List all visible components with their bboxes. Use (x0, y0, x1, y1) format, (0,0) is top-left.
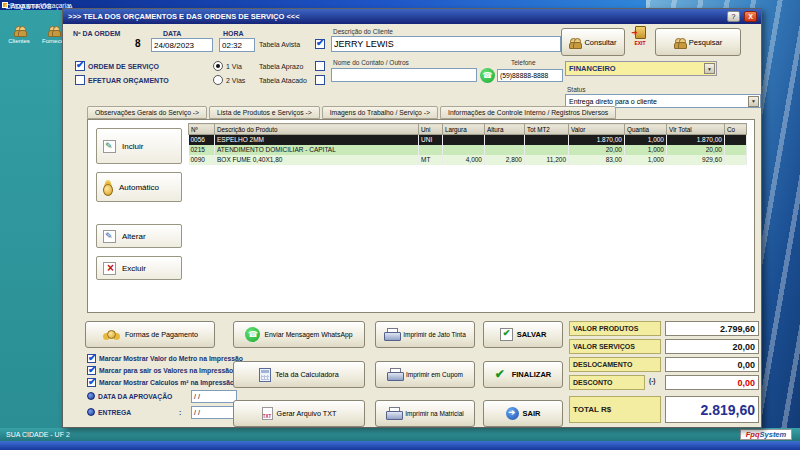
via1-radio (213, 61, 223, 71)
calculadora-button[interactable]: Tela da Calculadora (233, 361, 365, 388)
cliente-field[interactable]: JERRY LEWIS (331, 36, 561, 52)
ordem-servico-option[interactable]: ORDEM DE SERVIÇO (75, 61, 159, 71)
status-label: Status (567, 86, 585, 93)
total-value: 2.819,60 (665, 396, 759, 423)
ordem-servico-label: ORDEM DE SERVIÇO (88, 63, 159, 70)
orders-window: >>> TELA DOS ORÇAMENTOS E DAS ORDENS DE … (62, 8, 762, 428)
tab-imagens[interactable]: Imagens do Trabalho / Serviço -> (322, 106, 438, 119)
col-quantia: Quantia (625, 124, 667, 135)
close-button[interactable]: X (744, 11, 757, 22)
table-row[interactable]: 0090 BOX FUME 0,40X1,80 MT 4,000 2,800 1… (189, 155, 747, 165)
col-valor: Valor (569, 124, 625, 135)
via1-option[interactable]: 1 Via (213, 61, 242, 71)
data-value: 24/08/2023 (154, 41, 194, 50)
data-field[interactable]: 24/08/2023 (151, 38, 213, 52)
tabela-aprazo-checkbox (315, 61, 325, 71)
deslocamento-label: DESLOCAMENTO (569, 357, 661, 372)
col-cor: Co (725, 124, 747, 135)
opt-calculos-m2[interactable]: Marcar Mostrar Calculos m² na Impressão (87, 378, 234, 387)
products-table: Nº Descrição do Produto Uni Largura Altu… (188, 123, 747, 165)
table-row-selected[interactable]: 0056 ESPELHO 2MM UNI 1.870,00 1,000 1.87… (189, 135, 747, 145)
help-button[interactable]: ? (727, 11, 740, 22)
opt-sair-valores[interactable]: Marcar para sair os Valores na Impressão (87, 366, 233, 375)
tab-bar: Observações Gerais do Serviço -> Lista d… (87, 106, 755, 119)
salvar-label: SALVAR (517, 330, 547, 339)
efetuar-orcamento-option[interactable]: EFETUAR ORÇAMENTO (75, 75, 169, 85)
printer-icon (384, 328, 399, 341)
checkbox (87, 366, 96, 375)
exit-toolbar-button[interactable]: EXIT (628, 26, 652, 56)
opt-valor-metro[interactable]: Marcar Mostrar Valor do Metro na Impress… (87, 354, 243, 363)
imprimir-cupom-button[interactable]: Imprimir em Cupom (375, 361, 475, 388)
contato-field[interactable] (331, 68, 477, 82)
valor-produtos-label: VALOR PRODUTOS (569, 321, 661, 336)
col-uni: Uni (419, 124, 443, 135)
salvar-button[interactable]: SALVAR (483, 321, 563, 348)
tabela-atacado-label: Tabela Atacado (259, 77, 312, 84)
imprimir-matricial-label: Imprimir na Matricial (405, 410, 464, 417)
toolbar-clientes-button[interactable]: Clientes (4, 24, 34, 60)
tab-controle-interno[interactable]: Informações de Controle Interno / Regist… (440, 106, 616, 119)
tabela-avista-checkbox (315, 39, 325, 49)
exit-arrow-icon (506, 407, 519, 420)
whatsapp-icon[interactable] (480, 68, 495, 83)
hora-field[interactable]: 02:32 (219, 38, 255, 52)
whatsapp-icon (245, 327, 260, 342)
tabela-aprazo-option[interactable]: Tabela Aprazo (259, 61, 325, 71)
automatico-label: Automático (119, 183, 159, 192)
financeiro-dropdown[interactable]: FINANCEIRO (565, 61, 717, 76)
tabela-avista-option[interactable]: Tabela Avista (259, 39, 325, 49)
status-city-text: SUA CIDADE - UF 2 (6, 431, 70, 438)
taskbar[interactable] (0, 441, 800, 450)
formas-pagamento-button[interactable]: Formas de Pagamento (85, 321, 215, 348)
cliente-value: JERRY LEWIS (334, 39, 394, 49)
consultar-label: Consultar (584, 38, 616, 47)
efetuar-orcamento-label: EFETUAR ORÇAMENTO (88, 77, 169, 84)
window-titlebar[interactable]: >>> TELA DOS ORÇAMENTOS E DAS ORDENS DE … (63, 9, 761, 24)
col-largura: Largura (443, 124, 485, 135)
financeiro-label: FINANCEIRO (569, 64, 616, 73)
excluir-label: Excluir (122, 264, 146, 273)
finalizar-label: FINALIZAR (512, 370, 552, 379)
pesquisar-button[interactable]: Pesquisar (655, 28, 741, 56)
menu-cadastros[interactable]: CADASTROS (5, 2, 52, 11)
printer-icon (387, 368, 402, 381)
table-row[interactable]: 0215 ATENDIMENTO DOMICILIAR - CAPITAL 20… (189, 145, 747, 155)
data-label: DATA (163, 30, 181, 37)
products-panel: Incluir Automático Alterar Excluir (87, 119, 755, 313)
imprimir-jato-tinta-button[interactable]: Imprimir de Jato Tinta (375, 321, 475, 348)
total-label: TOTAL R$ (569, 396, 661, 423)
desconto-label: DESCONTO (569, 375, 645, 390)
sair-button[interactable]: SAIR (483, 400, 563, 427)
chevron-down-icon (748, 96, 759, 107)
tabela-atacado-checkbox (315, 75, 325, 85)
gerar-txt-button[interactable]: TXT Gerar Arquivo TXT (233, 400, 365, 427)
telefone-field[interactable]: (59)88888-8888 (497, 69, 563, 82)
entrega-row: ENTREGA (87, 408, 131, 416)
desktop: Programa Vidraçaria CADASTROS A Clientes… (0, 0, 800, 450)
consultar-button[interactable]: Consultar (561, 28, 625, 56)
status-value: Entrega direto para o cliente (569, 98, 657, 105)
imprimir-matricial-button[interactable]: Imprimir na Matricial (375, 400, 475, 427)
alterar-button[interactable]: Alterar (96, 224, 182, 248)
consult-person-icon (569, 36, 580, 49)
whatsapp-label: Enviar Mensagem WhatsApp (264, 331, 352, 338)
check-icon (495, 368, 508, 381)
via2-option[interactable]: 2 Vias (213, 75, 245, 85)
automatico-button[interactable]: Automático (96, 172, 182, 202)
desconto-minus: (-) (649, 377, 656, 384)
col-vlrtotal: Vlr Total (667, 124, 725, 135)
suppliers-icon (48, 24, 59, 37)
finalizar-button[interactable]: FINALIZAR (483, 361, 563, 388)
whatsapp-button[interactable]: Enviar Mensagem WhatsApp (233, 321, 365, 348)
excluir-button[interactable]: Excluir (96, 256, 182, 280)
col-totmt2: Tot MT2 (525, 124, 569, 135)
tab-observacoes[interactable]: Observações Gerais do Serviço -> (87, 106, 207, 119)
data-aprovacao-field[interactable]: / / (191, 390, 237, 403)
valor-produtos-value: 2.799,60 (665, 321, 759, 336)
tab-produtos[interactable]: Lista de Produtos e Serviços -> (209, 106, 320, 119)
tabela-atacado-option[interactable]: Tabela Atacado (259, 75, 325, 85)
entrega-field[interactable]: / / (191, 406, 237, 419)
incluir-button[interactable]: Incluir (96, 128, 182, 164)
calculator-icon (259, 368, 271, 382)
